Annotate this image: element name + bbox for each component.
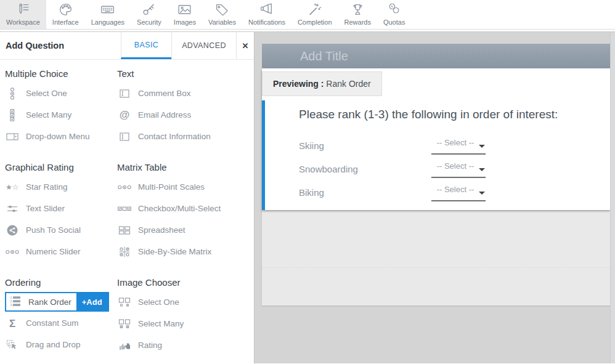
section-title: Multiple Choice: [5, 68, 117, 79]
previewing-value: Rank Order: [326, 79, 370, 89]
item-label: Multi-Point Scales: [138, 182, 205, 192]
item-label: Rating: [138, 341, 162, 350]
item-label: Contact Information: [138, 132, 211, 141]
item-label: Constant Sum: [26, 318, 79, 328]
select-value: -- Select --: [437, 161, 481, 171]
item-email-address[interactable]: @ Email Address: [117, 104, 254, 126]
toolbar-item-quotas[interactable]: Quotas: [377, 0, 411, 29]
item-spreadsheet[interactable]: Spreadsheet: [117, 219, 254, 241]
text-cursor-box-icon: [117, 131, 132, 143]
section-graphical-rating: Graphical Rating ★☆ Star Rating Text Sli…: [5, 156, 117, 262]
tag-icon: [214, 2, 230, 17]
item-drag-and-drop[interactable]: Drag and Drop: [5, 334, 117, 355]
item-numeric-slider[interactable]: Numeric Slider: [5, 241, 117, 262]
chevron-down-icon: [479, 168, 485, 171]
item-select-one[interactable]: Select One: [5, 83, 117, 104]
share-circle-icon: [5, 224, 20, 237]
item-side-by-side-matrix[interactable]: Side-By-Side Matrix: [117, 241, 254, 262]
add-button[interactable]: +Add: [76, 293, 108, 310]
toolbar-label: Security: [137, 18, 161, 26]
toolbar-label: Notifications: [248, 18, 285, 26]
toolbar-label: Variables: [208, 18, 236, 26]
megaphone-icon: [259, 2, 274, 17]
item-label: Rank Order: [28, 297, 71, 307]
section-title: Text: [117, 68, 254, 79]
item-select-many[interactable]: Select Many: [5, 104, 117, 126]
item-label: Drag and Drop: [26, 340, 81, 349]
at-sign-icon: @: [117, 109, 132, 121]
workspace-icon: [15, 2, 31, 17]
item-comment-box[interactable]: Comment Box: [117, 83, 254, 104]
vertical-scrollbar[interactable]: [610, 33, 615, 363]
close-icon[interactable]: ✕: [236, 32, 254, 59]
toolbar-item-rewards[interactable]: Rewards: [338, 0, 377, 29]
palette-icon: [58, 2, 73, 17]
rank-select-snowboarding[interactable]: -- Select --: [431, 160, 486, 178]
chevron-down-icon: [479, 192, 485, 195]
tab-advanced[interactable]: ADVANCED: [171, 32, 236, 59]
item-image-select-one[interactable]: Select One: [117, 291, 254, 313]
question-block: Please rank (1-3) the following in order…: [262, 100, 610, 210]
item-rank-order-selected[interactable]: 123 Rank Order +Add: [5, 292, 109, 312]
toolbar-item-images[interactable]: Images: [168, 0, 202, 29]
checkbox-row-icon: [117, 203, 132, 215]
toolbar-label: Workspace: [6, 18, 40, 26]
page-divider: [262, 267, 610, 268]
slider-icon: [5, 203, 20, 215]
item-contact-information[interactable]: Contact Information: [117, 126, 254, 147]
section-multiple-choice: Multiple Choice Select One Select Many D…: [5, 62, 117, 147]
item-label: Text Slider: [26, 204, 65, 213]
checkbox-column-icon: [5, 109, 20, 121]
item-multi-point-scales[interactable]: Multi-Point Scales: [117, 176, 254, 198]
item-label: Checkbox/Multi-Select: [138, 204, 221, 213]
preview-canvas: Add Title Previewing : Rank Order Please…: [255, 32, 615, 363]
select-value: -- Select --: [437, 185, 481, 194]
toolbar-item-security[interactable]: Security: [131, 0, 168, 29]
item-star-rating[interactable]: ★☆ Star Rating: [5, 176, 117, 198]
rank-select-skiing[interactable]: -- Select --: [431, 137, 486, 155]
rank-row-label: Snowboarding: [299, 164, 431, 174]
matrix-grid-icon: [117, 246, 132, 258]
toolbar-item-variables[interactable]: Variables: [202, 0, 242, 29]
toolbar-item-workspace[interactable]: Workspace: [0, 0, 46, 29]
stars-icon: ★☆: [5, 181, 20, 193]
item-dropdown-menu[interactable]: Drop-down Menu: [5, 126, 117, 147]
radio-row-icon: [5, 246, 20, 258]
survey-title-input[interactable]: Add Title: [262, 44, 610, 68]
toolbar-item-interface[interactable]: Interface: [46, 0, 85, 29]
toolbar-label: Quotas: [383, 18, 405, 26]
item-label: Drop-down Menu: [26, 132, 90, 141]
radio-column-icon: [5, 87, 20, 100]
image-radio-icon: [117, 296, 132, 309]
item-label: Push To Social: [26, 225, 81, 235]
item-image-rating[interactable]: Rating: [117, 334, 254, 356]
rank-select-biking[interactable]: -- Select --: [431, 184, 486, 201]
select-value: -- Select --: [437, 138, 481, 147]
rank-row: Biking -- Select --: [299, 180, 610, 204]
item-text-slider[interactable]: Text Slider: [5, 198, 117, 219]
toolbar-label: Rewards: [344, 18, 371, 26]
section-title: Ordering: [5, 277, 117, 288]
item-label: Select Many: [138, 319, 184, 328]
svg-text:Σ: Σ: [9, 317, 15, 329]
toolbar-item-languages[interactable]: Languages: [85, 0, 131, 29]
section-image-chooser: Image Chooser Select One Select Many Rat…: [117, 271, 254, 356]
item-push-to-social[interactable]: Push To Social: [5, 219, 117, 241]
item-label: Select Many: [26, 110, 71, 119]
question-text: Please rank (1-3) the following in order…: [299, 108, 610, 121]
item-label: Numeric Slider: [26, 247, 81, 256]
item-constant-sum[interactable]: Σ Constant Sum: [5, 312, 117, 334]
toolbar-item-completion[interactable]: Completion: [291, 0, 338, 29]
item-image-select-many[interactable]: Select Many: [117, 313, 254, 334]
rank-row-label: Skiing: [299, 140, 431, 151]
tab-basic[interactable]: BASIC: [121, 32, 171, 59]
item-checkbox-multi-select[interactable]: Checkbox/Multi-Select: [117, 198, 254, 219]
keyboard-icon: [100, 2, 115, 17]
item-label: Star Rating: [26, 182, 68, 192]
rank-row: Snowboarding -- Select --: [299, 157, 610, 180]
image-checkbox-icon: [117, 318, 132, 330]
add-question-panel: Add Question BASIC ADVANCED ✕ Multiple C…: [0, 32, 255, 363]
toolbar-item-notifications[interactable]: Notifications: [242, 0, 291, 29]
item-label: Side-By-Side Matrix: [138, 247, 211, 256]
trophy-icon: [350, 2, 365, 17]
